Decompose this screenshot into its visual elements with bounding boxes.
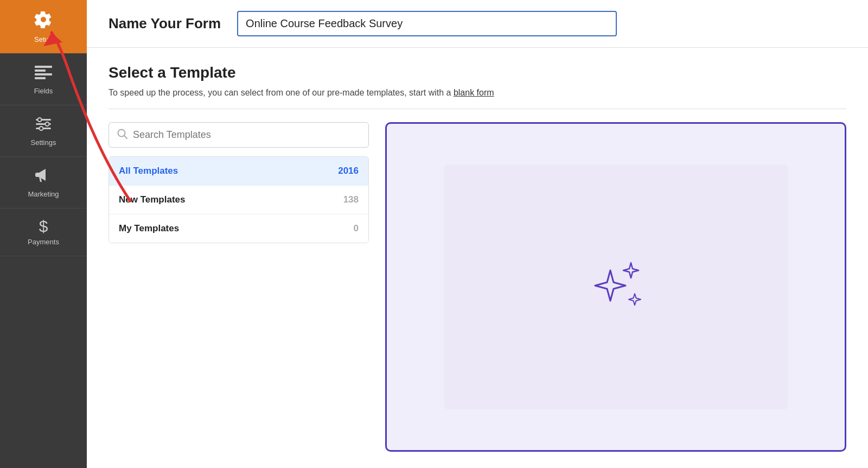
template-divider: [108, 109, 846, 109]
sidebar-item-label-setup: Setup: [34, 35, 53, 43]
svg-point-8: [46, 122, 49, 126]
sidebar-item-label-fields: Fields: [34, 87, 53, 95]
svg-point-7: [38, 118, 42, 122]
category-count-new: 138: [343, 194, 359, 205]
svg-rect-1: [35, 69, 46, 72]
search-box: [108, 122, 369, 148]
template-left-panel: All Templates 2016 New Templates 138 My …: [108, 122, 369, 452]
blank-form-link[interactable]: blank form: [454, 88, 494, 97]
sidebar-item-label-payments: Payments: [28, 238, 59, 246]
sidebar: Setup Fields: [0, 0, 87, 468]
svg-line-11: [124, 136, 127, 138]
sidebar-item-fields[interactable]: Fields: [0, 54, 87, 105]
fields-icon: [34, 64, 53, 84]
sidebar-item-label-marketing: Marketing: [28, 190, 59, 198]
template-section: Select a Template To speed up the proces…: [87, 48, 868, 468]
template-content: All Templates 2016 New Templates 138 My …: [108, 122, 846, 452]
category-all-templates[interactable]: All Templates 2016: [109, 157, 368, 186]
svg-point-9: [40, 127, 43, 130]
form-name-input[interactable]: [237, 11, 617, 36]
search-input[interactable]: [133, 129, 361, 141]
template-category-list: All Templates 2016 New Templates 138 My …: [108, 156, 369, 243]
category-count-my: 0: [354, 223, 359, 234]
template-title: Select a Template: [108, 64, 846, 81]
sidebar-item-payments[interactable]: $ Payments: [0, 208, 87, 256]
marketing-icon: [34, 167, 53, 187]
payments-icon: $: [39, 218, 48, 235]
sparkles-icon: [583, 257, 648, 317]
settings-icon: [35, 115, 52, 135]
preview-inner: [444, 165, 788, 409]
category-name-new: New Templates: [119, 194, 186, 205]
template-desc: To speed up the process, you can select …: [108, 88, 846, 98]
template-preview-panel: [385, 122, 846, 452]
category-name-all: All Templates: [119, 166, 178, 176]
svg-rect-3: [35, 77, 46, 79]
sidebar-item-label-settings: Settings: [31, 138, 56, 147]
category-my-templates[interactable]: My Templates 0: [109, 214, 368, 243]
form-name-label: Name Your Form: [108, 15, 221, 32]
category-new-templates[interactable]: New Templates 138: [109, 186, 368, 214]
form-name-section: Name Your Form: [87, 0, 868, 48]
gear-icon: [34, 10, 53, 32]
svg-rect-0: [35, 66, 52, 68]
main-content: Name Your Form Select a Template To spee…: [87, 0, 868, 468]
category-name-my: My Templates: [119, 223, 179, 234]
sidebar-item-marketing[interactable]: Marketing: [0, 157, 87, 208]
sidebar-item-settings[interactable]: Settings: [0, 105, 87, 157]
search-icon: [117, 128, 127, 142]
svg-rect-2: [35, 73, 52, 75]
category-count-all: 2016: [338, 166, 359, 176]
sidebar-item-setup[interactable]: Setup: [0, 0, 87, 54]
